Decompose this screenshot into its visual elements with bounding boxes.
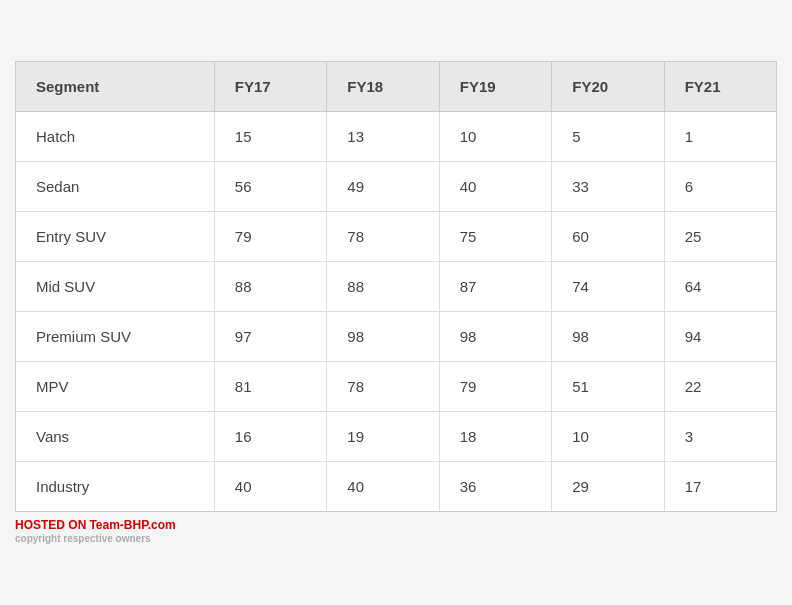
data-cell: 75 (439, 212, 551, 262)
data-cell: 98 (439, 312, 551, 362)
data-cell: 78 (327, 212, 439, 262)
data-cell: 36 (439, 462, 551, 512)
segment-label: Vans (16, 412, 214, 462)
data-cell: 87 (439, 262, 551, 312)
data-cell: 79 (214, 212, 326, 262)
table-row: Sedan564940336 (16, 162, 776, 212)
data-cell: 88 (327, 262, 439, 312)
data-cell: 97 (214, 312, 326, 362)
data-cell: 1 (664, 112, 776, 162)
data-cell: 51 (552, 362, 664, 412)
segment-label: Mid SUV (16, 262, 214, 312)
table-row: Premium SUV9798989894 (16, 312, 776, 362)
segment-label: MPV (16, 362, 214, 412)
data-table: SegmentFY17FY18FY19FY20FY21 Hatch1513105… (15, 61, 777, 512)
data-cell: 60 (552, 212, 664, 262)
data-cell: 10 (552, 412, 664, 462)
watermark-copyright: copyright respective owners (15, 533, 151, 544)
col-header-fy19: FY19 (439, 62, 551, 112)
data-cell: 17 (664, 462, 776, 512)
data-cell: 33 (552, 162, 664, 212)
watermark-brand: Team-BHP.com (89, 518, 175, 532)
col-header-fy21: FY21 (664, 62, 776, 112)
segment-label: Sedan (16, 162, 214, 212)
watermark-hosted: HOSTED ON (15, 518, 86, 532)
col-header-fy18: FY18 (327, 62, 439, 112)
data-cell: 10 (439, 112, 551, 162)
data-cell: 3 (664, 412, 776, 462)
table-row: Hatch15131051 (16, 112, 776, 162)
data-cell: 18 (439, 412, 551, 462)
data-cell: 78 (327, 362, 439, 412)
data-cell: 5 (552, 112, 664, 162)
data-cell: 88 (214, 262, 326, 312)
data-cell: 74 (552, 262, 664, 312)
data-cell: 81 (214, 362, 326, 412)
table-header-row: SegmentFY17FY18FY19FY20FY21 (16, 62, 776, 112)
data-cell: 29 (552, 462, 664, 512)
segment-label: Industry (16, 462, 214, 512)
data-cell: 25 (664, 212, 776, 262)
table-row: MPV8178795122 (16, 362, 776, 412)
data-cell: 6 (664, 162, 776, 212)
data-cell: 40 (214, 462, 326, 512)
data-cell: 19 (327, 412, 439, 462)
segment-label: Premium SUV (16, 312, 214, 362)
data-cell: 56 (214, 162, 326, 212)
data-cell: 13 (327, 112, 439, 162)
data-cell: 40 (439, 162, 551, 212)
col-header-fy20: FY20 (552, 62, 664, 112)
data-cell: 94 (664, 312, 776, 362)
table-row: Entry SUV7978756025 (16, 212, 776, 262)
data-cell: 22 (664, 362, 776, 412)
data-cell: 64 (664, 262, 776, 312)
col-header-segment: Segment (16, 62, 214, 112)
data-cell: 98 (552, 312, 664, 362)
table-row: Mid SUV8888877464 (16, 262, 776, 312)
table-row: Industry4040362917 (16, 462, 776, 512)
watermark: HOSTED ON Team-BHP.com copyright respect… (15, 518, 777, 544)
data-cell: 15 (214, 112, 326, 162)
data-cell: 40 (327, 462, 439, 512)
segment-label: Entry SUV (16, 212, 214, 262)
table-row: Vans161918103 (16, 412, 776, 462)
col-header-fy17: FY17 (214, 62, 326, 112)
data-cell: 98 (327, 312, 439, 362)
data-cell: 79 (439, 362, 551, 412)
data-cell: 16 (214, 412, 326, 462)
data-cell: 49 (327, 162, 439, 212)
segment-label: Hatch (16, 112, 214, 162)
